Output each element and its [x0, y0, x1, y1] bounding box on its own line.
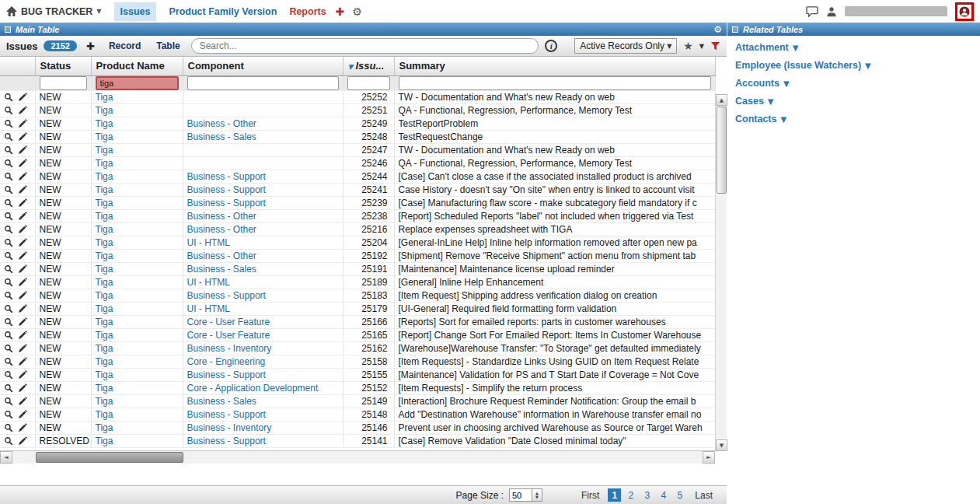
- view-record-icon[interactable]: [4, 423, 13, 432]
- edit-record-icon[interactable]: [18, 278, 27, 287]
- view-record-icon[interactable]: [4, 291, 13, 300]
- view-record-icon[interactable]: [4, 397, 13, 406]
- issue-filter-input[interactable]: [347, 76, 390, 90]
- nav-issues[interactable]: Issues: [114, 2, 157, 21]
- add-tab-icon[interactable]: ✚: [336, 5, 345, 18]
- issues-count-badge[interactable]: 2152: [44, 40, 76, 51]
- edit-record-icon[interactable]: [18, 185, 27, 194]
- edit-record-icon[interactable]: [18, 357, 27, 366]
- settings-gear-icon[interactable]: ⚙: [352, 5, 362, 18]
- product-link[interactable]: Tiga: [96, 145, 113, 156]
- view-record-icon[interactable]: [4, 331, 13, 340]
- user-icon[interactable]: [826, 6, 837, 17]
- app-menu[interactable]: BUG TRACKER ▼: [6, 6, 102, 17]
- edit-record-icon[interactable]: [18, 251, 27, 261]
- product-link[interactable]: Tiga: [96, 171, 113, 182]
- edit-record-icon[interactable]: [18, 198, 27, 208]
- nav-reports[interactable]: Reports: [289, 6, 326, 17]
- product-link[interactable]: Tiga: [96, 237, 113, 248]
- product-link[interactable]: Tiga: [96, 369, 113, 380]
- component-link[interactable]: Business - Support: [187, 436, 266, 446]
- edit-record-icon[interactable]: [18, 436, 27, 446]
- product-link[interactable]: Tiga: [96, 198, 113, 208]
- component-link[interactable]: Core - User Feature: [187, 330, 270, 341]
- product-link[interactable]: Tiga: [96, 343, 113, 354]
- product-link[interactable]: Tiga: [96, 356, 113, 367]
- view-record-icon[interactable]: [4, 264, 13, 274]
- edit-record-icon[interactable]: [18, 383, 27, 393]
- component-link[interactable]: Business - Inventory: [187, 343, 272, 354]
- table-menu[interactable]: Table: [156, 40, 180, 51]
- edit-record-icon[interactable]: [18, 331, 27, 340]
- vertical-scroll-thumb[interactable]: [717, 107, 727, 194]
- component-link[interactable]: Core - User Feature: [187, 317, 270, 327]
- product-link[interactable]: Tiga: [96, 290, 113, 301]
- col-component[interactable]: Component: [183, 57, 343, 75]
- view-record-icon[interactable]: [4, 238, 13, 247]
- view-record-icon[interactable]: [4, 198, 13, 208]
- component-link[interactable]: Business - Support: [187, 198, 266, 208]
- first-page-link[interactable]: First: [581, 490, 599, 501]
- view-record-icon[interactable]: [4, 278, 13, 287]
- page-number-4[interactable]: 4: [657, 488, 670, 502]
- product-link[interactable]: Tiga: [96, 118, 113, 129]
- view-record-icon[interactable]: [4, 132, 13, 142]
- edit-record-icon[interactable]: [18, 145, 27, 155]
- component-link[interactable]: Core - Application Development: [187, 383, 319, 394]
- component-filter-input[interactable]: [187, 76, 339, 90]
- edit-record-icon[interactable]: [18, 344, 27, 353]
- related-table-link[interactable]: Employee (Issue Watchers) ▼: [735, 60, 980, 71]
- related-table-link[interactable]: Accounts ▼: [735, 78, 980, 89]
- edit-record-icon[interactable]: [18, 410, 27, 419]
- panel-gear-icon[interactable]: ⚙: [713, 24, 722, 35]
- product-link[interactable]: Tiga: [96, 250, 113, 261]
- record-menu[interactable]: Record: [109, 40, 141, 51]
- product-link[interactable]: Tiga: [96, 330, 113, 341]
- page-number-5[interactable]: 5: [673, 488, 686, 502]
- product-link[interactable]: Tiga: [96, 317, 113, 327]
- edit-record-icon[interactable]: [18, 397, 27, 406]
- records-filter-select[interactable]: Active Records Only ▼: [574, 38, 677, 54]
- summary-filter-input[interactable]: [399, 76, 711, 90]
- related-table-link[interactable]: Attachment ▼: [735, 42, 980, 53]
- product-link[interactable]: Tiga: [96, 224, 113, 235]
- chat-icon[interactable]: [806, 6, 818, 17]
- filter-funnel-icon[interactable]: [710, 41, 720, 51]
- product-link[interactable]: Tiga: [96, 383, 113, 394]
- edit-record-icon[interactable]: [18, 317, 27, 327]
- edit-record-icon[interactable]: [18, 225, 27, 234]
- view-record-icon[interactable]: [4, 212, 13, 221]
- related-table-link[interactable]: Contacts ▼: [735, 114, 980, 124]
- product-link[interactable]: Tiga: [96, 277, 113, 288]
- edit-record-icon[interactable]: [18, 93, 27, 102]
- component-link[interactable]: Business - Support: [187, 369, 266, 380]
- col-summary[interactable]: Summary: [394, 57, 715, 75]
- product-link[interactable]: Tiga: [96, 264, 113, 275]
- edit-record-icon[interactable]: [18, 264, 27, 274]
- edit-record-icon[interactable]: [18, 106, 27, 115]
- view-record-icon[interactable]: [4, 357, 13, 366]
- view-record-icon[interactable]: [4, 106, 13, 115]
- product-link[interactable]: Tiga: [96, 436, 113, 446]
- info-icon[interactable]: i: [545, 40, 557, 52]
- view-record-icon[interactable]: [4, 344, 13, 353]
- product-link[interactable]: Tiga: [96, 396, 113, 407]
- component-link[interactable]: Business - Support: [187, 184, 266, 195]
- product-link[interactable]: Tiga: [96, 211, 113, 222]
- search-input[interactable]: [191, 38, 539, 54]
- component-link[interactable]: Business - Sales: [187, 396, 256, 407]
- component-link[interactable]: Business - Support: [187, 409, 266, 420]
- product-name-filter-input[interactable]: [96, 76, 179, 90]
- component-link[interactable]: Business - Other: [187, 224, 256, 235]
- component-link[interactable]: Core - Engineering: [187, 356, 266, 367]
- scroll-up-icon[interactable]: ▲: [716, 94, 727, 106]
- view-record-icon[interactable]: [4, 145, 13, 155]
- view-record-icon[interactable]: [4, 370, 13, 380]
- edit-record-icon[interactable]: [18, 370, 27, 380]
- edit-record-icon[interactable]: [18, 304, 27, 313]
- edit-record-icon[interactable]: [18, 238, 27, 247]
- nav-product-family-version[interactable]: Product Family Version: [169, 6, 277, 17]
- col-issue[interactable]: ▼Issu...: [343, 57, 394, 75]
- view-record-icon[interactable]: [4, 119, 13, 128]
- view-record-icon[interactable]: [4, 159, 13, 168]
